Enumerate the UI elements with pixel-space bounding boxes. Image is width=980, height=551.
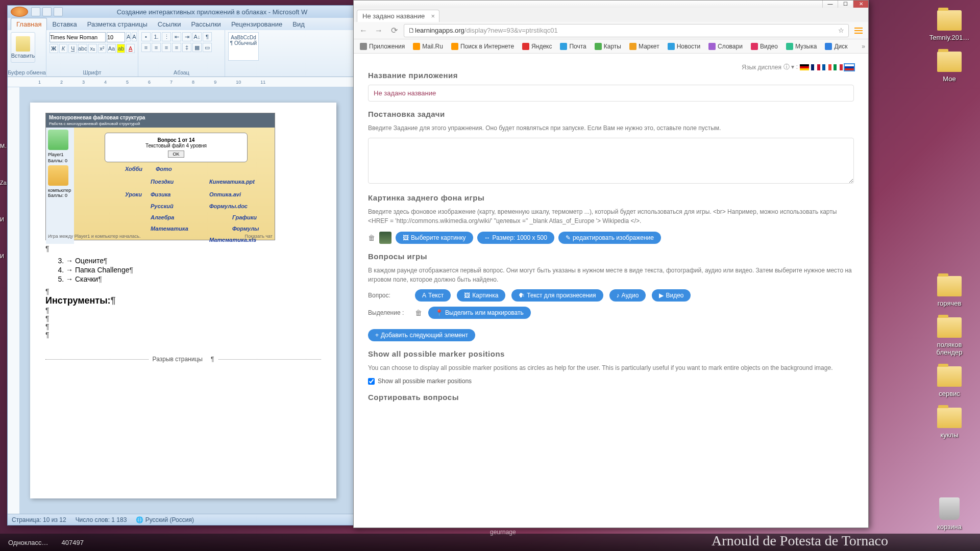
font-size-select[interactable] (107, 32, 125, 42)
ribbon-tab-insert[interactable]: Вставка (47, 18, 82, 30)
desktop-icon[interactable]: горячев (924, 276, 975, 307)
language-indicator[interactable]: 🌐 Русский (Россия) (136, 516, 194, 523)
italic-button[interactable]: К (59, 44, 68, 53)
align-center-button[interactable]: ≡ (152, 43, 161, 52)
bookmark-item[interactable]: Поиск в Интернете (448, 41, 517, 52)
bookmark-item[interactable]: Видео (748, 41, 781, 52)
justify-button[interactable]: ≡ (172, 43, 181, 52)
bookmark-item[interactable]: Mail.Ru (410, 41, 446, 52)
align-left-button[interactable]: ≡ (141, 43, 151, 52)
paste-button[interactable]: Вставить (11, 32, 35, 63)
close-button[interactable]: ✕ (853, 1, 868, 8)
highlight-button[interactable]: ab (117, 44, 126, 53)
vertical-ruler[interactable] (8, 87, 20, 514)
minimize-button[interactable]: — (822, 1, 838, 8)
question-image-button[interactable]: 🖼 Картинка (457, 289, 505, 302)
flag-it-icon[interactable] (834, 64, 843, 70)
markers-checkbox[interactable] (368, 378, 375, 385)
chrome-menu-button[interactable] (853, 25, 864, 36)
task-textarea[interactable] (368, 138, 854, 184)
ribbon-tab-home[interactable]: Главная (11, 18, 47, 30)
underline-button[interactable]: Ч (68, 44, 77, 53)
text-effects-button[interactable]: Aa (107, 44, 116, 53)
back-button[interactable]: ← (358, 25, 369, 36)
grow-font-button[interactable]: A (126, 32, 131, 41)
question-text-button[interactable]: A Текст (415, 289, 451, 302)
font-name-select[interactable] (50, 32, 106, 42)
desktop-icon[interactable]: Мое (924, 52, 975, 83)
ribbon-tab-layout[interactable]: Разметка страницы (82, 18, 153, 30)
bg-description: Введите здесь фоновое изображение (карту… (368, 207, 854, 226)
line-spacing-button[interactable]: ‡ (182, 43, 191, 52)
bookmark-item[interactable]: Музыка (783, 41, 820, 52)
add-element-button[interactable]: + Добавить следующий элемент (368, 329, 475, 341)
ribbon-tab-view[interactable]: Вид (287, 18, 310, 30)
url-input[interactable]: 🗋 learningapps.org/display?new=93&v=ptrs… (404, 24, 849, 37)
tab-close-icon[interactable]: × (431, 12, 435, 20)
delete-image-button[interactable]: 🗑 (368, 234, 375, 242)
reload-button[interactable]: ⟳ (388, 25, 400, 36)
sort-button[interactable]: A↓ (192, 32, 202, 41)
document-page[interactable]: Многоуровневая файловая структураРабота … (30, 103, 336, 498)
bookmark-item[interactable]: Яндекс (519, 41, 555, 52)
bookmark-item[interactable]: Маркет (626, 41, 663, 52)
chrome-titlebar: — ☐ ✕ (354, 1, 868, 8)
align-right-button[interactable]: ≡ (162, 43, 171, 52)
question-video-button[interactable]: ▶ Видео (652, 289, 691, 302)
bookmark-item[interactable]: Словари (705, 41, 746, 52)
word-count[interactable]: Число слов: 1 183 (76, 516, 127, 523)
style-normal[interactable]: AaBbCcDd¶ Обычный (228, 32, 259, 61)
quick-access-toolbar[interactable] (31, 7, 63, 16)
desktop-icon[interactable]: поляков блендер (924, 317, 975, 356)
ribbon-tab-references[interactable]: Ссылки (153, 18, 186, 30)
choose-image-button[interactable]: 🖼 Выберите картинку (396, 232, 473, 244)
forward-button[interactable]: → (373, 25, 384, 36)
flag-ru-icon[interactable] (845, 64, 854, 70)
flag-de-icon[interactable] (800, 64, 809, 70)
edit-image-button[interactable]: ✎ редактировать изображение (558, 232, 661, 244)
desktop-icon[interactable]: куклы (924, 408, 975, 439)
numbering-button[interactable]: 1. (152, 32, 161, 41)
app-title-input[interactable] (368, 85, 854, 102)
browser-tab[interactable]: Не задано название× (357, 10, 439, 22)
increase-indent-button[interactable]: ⇥ (182, 32, 191, 41)
desktop-icon[interactable]: сервис (924, 366, 975, 397)
recycle-bin[interactable]: корзина (924, 497, 975, 531)
shrink-font-button[interactable]: A (132, 32, 136, 41)
taskbar-item[interactable]: Однокласс… (4, 537, 52, 548)
image-thumbnail[interactable] (379, 232, 391, 244)
bullets-button[interactable]: • (141, 32, 151, 41)
multilevel-button[interactable]: ⋮ (162, 32, 171, 41)
superscript-button[interactable]: x² (98, 44, 107, 53)
bookmark-item[interactable]: Почта (557, 41, 589, 52)
flag-en-icon[interactable] (811, 64, 820, 70)
language-selector[interactable]: Язык дисплея ⓘ ▾ : (742, 63, 854, 71)
ribbon-tab-mailings[interactable]: Рассылки (186, 18, 226, 30)
decrease-indent-button[interactable]: ⇤ (172, 32, 181, 41)
maximize-button[interactable]: ☐ (838, 1, 853, 8)
desktop-icon[interactable]: Temniy.201… (924, 10, 975, 41)
question-audio-button[interactable]: ♪ Аудио (609, 289, 646, 302)
strike-button[interactable]: abc (78, 44, 87, 53)
page-indicator[interactable]: Страница: 10 из 12 (12, 516, 66, 523)
taskbar-item[interactable]: 407497 (57, 537, 87, 548)
subscript-button[interactable]: x₂ (88, 44, 97, 53)
image-size-button[interactable]: ↔ Размер: 1000 x 500 (477, 232, 554, 244)
flag-fr-icon[interactable] (822, 64, 831, 70)
delete-highlight-button[interactable]: 🗑 (415, 309, 422, 317)
borders-button[interactable]: ▭ (203, 43, 212, 52)
ribbon-tab-review[interactable]: Рецензирование (226, 18, 287, 30)
shading-button[interactable]: ▦ (192, 43, 202, 52)
bookmark-item[interactable]: Диск (822, 41, 850, 52)
highlight-button[interactable]: 📍 Выделить или маркировать (428, 307, 531, 319)
office-button[interactable] (11, 7, 28, 17)
bold-button[interactable]: Ж (50, 44, 58, 53)
bookmark-item[interactable]: Новости (665, 41, 703, 52)
show-marks-button[interactable]: ¶ (203, 32, 212, 41)
horizontal-ruler[interactable]: 1234567891011 (8, 77, 358, 87)
bookmark-apps[interactable]: Приложения (357, 41, 408, 52)
bookmark-item[interactable]: Карты (592, 41, 624, 52)
question-tts-button[interactable]: 🗣 Текст для произнесения (511, 289, 603, 302)
markers-checkbox-row[interactable]: Show all possible marker positions (368, 378, 854, 385)
font-color-button[interactable]: A (126, 44, 135, 53)
